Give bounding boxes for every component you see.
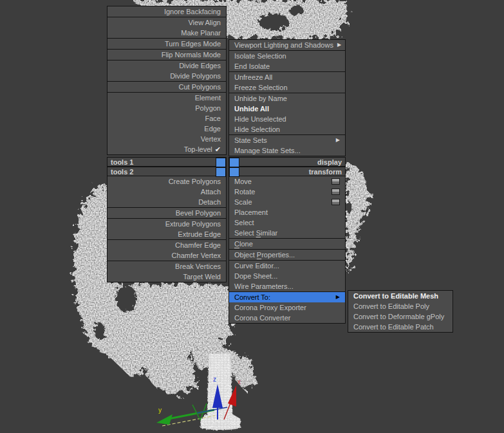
menu-item-label: Chamfer Edge <box>175 240 221 250</box>
menu-item-label: Hide Selection <box>234 124 280 134</box>
menu-item-state-sets[interactable]: State Sets▶ <box>229 135 345 145</box>
menu-item-divide-edges[interactable]: Divide Edges <box>107 60 226 71</box>
menu-item-divide-polygons[interactable]: Divide Polygons <box>107 71 226 81</box>
tools2-caption[interactable]: tools 2 <box>107 167 227 176</box>
menu-item-view-align[interactable]: View Align <box>107 17 226 28</box>
viewport-window: y z x Ignore BackfacingView AlignMake Pl… <box>0 0 504 433</box>
menu-item-label: Unfreeze All <box>234 72 272 82</box>
menu-item-bevel-polygon[interactable]: Bevel Polygon <box>107 208 226 218</box>
menu-item-cut-polygons[interactable]: Cut Polygons <box>107 82 226 92</box>
settings-box-icon[interactable] <box>331 199 340 205</box>
menu-group: Ignore Backfacing <box>107 6 227 17</box>
menu-item-label: Unhide All <box>234 104 269 114</box>
menu-item-create-polygons[interactable]: Create Polygons <box>107 176 226 187</box>
menu-item-label: Vertex <box>201 134 221 144</box>
menu-item-label: Attach <box>201 187 221 197</box>
menu-item-label: Extrude Edge <box>178 229 221 239</box>
menu-item-freeze-selection[interactable]: Freeze Selection <box>229 82 345 93</box>
quad-transform: MoveRotateScalePlacementSelectSelect Sim… <box>229 176 346 324</box>
tools1-caption[interactable]: tools 1 <box>107 157 227 167</box>
menu-item-isolate-selection[interactable]: Isolate Selection <box>229 51 345 61</box>
menu-item-hide-unselected[interactable]: Hide Unselected <box>229 114 345 124</box>
menu-item-label: Face <box>205 113 221 124</box>
menu-item-clone[interactable]: Clone <box>229 239 345 249</box>
menu-item-label: Curve Editor... <box>234 261 279 271</box>
settings-box-icon[interactable] <box>331 178 340 185</box>
menu-item-convert-to-editable-patch[interactable]: Convert to Editable Patch <box>348 322 453 332</box>
menu-item-wire-parameters[interactable]: Wire Parameters... <box>229 281 345 291</box>
menu-item-label: View Align <box>188 17 221 28</box>
menu-item-label: Clone <box>234 239 253 249</box>
settings-box-icon[interactable] <box>331 189 340 195</box>
display-caption[interactable]: display <box>229 157 346 167</box>
menu-item-unhide-all[interactable]: Unhide All <box>229 104 345 114</box>
menu-item-label: Unhide by Name <box>234 93 287 104</box>
menu-item-break-vertices[interactable]: Break Vertices <box>107 261 226 272</box>
menu-item-rotate[interactable]: Rotate <box>229 187 345 197</box>
menu-item-object-properties[interactable]: Object Properties... <box>229 250 345 260</box>
menu-group: Chamfer EdgeChamfer Vertex <box>107 239 227 261</box>
menu-item-corona-proxy-exporter[interactable]: Corona Proxy Exporter <box>229 302 345 313</box>
menu-group: Unhide by NameUnhide AllHide UnselectedH… <box>229 93 346 135</box>
menu-item-scale[interactable]: Scale <box>229 197 345 207</box>
menu-item-label: Wire Parameters... <box>234 281 294 291</box>
menu-item-label: Ignore Backfacing <box>164 6 221 17</box>
menu-item-select[interactable]: Select <box>229 217 345 228</box>
menu-item-face[interactable]: Face <box>107 113 226 124</box>
menu-group: Divide EdgesDivide Polygons <box>107 60 227 82</box>
menu-item-polygon[interactable]: Polygon <box>107 103 226 113</box>
menu-item-element[interactable]: Element <box>107 93 226 103</box>
menu-item-turn-edges-mode[interactable]: Turn Edges Mode <box>107 39 226 49</box>
menu-item-extrude-polygons[interactable]: Extrude Polygons <box>107 219 226 229</box>
menu-item-select-similar[interactable]: Select Similar <box>229 228 345 238</box>
menu-item-viewport-lighting-and-shadows[interactable]: Viewport Lighting and Shadows▶ <box>229 40 345 50</box>
menu-item-label: Extrude Polygons <box>165 219 221 229</box>
submenu-arrow-icon: ▶ <box>333 40 341 50</box>
menu-item-ignore-backfacing[interactable]: Ignore Backfacing <box>107 6 226 17</box>
menu-item-vertex[interactable]: Vertex <box>107 134 226 144</box>
menu-item-placement[interactable]: Placement <box>229 207 345 217</box>
caption-label: tools 1 <box>111 158 133 166</box>
menu-item-make-planar[interactable]: Make Planar <box>107 28 226 38</box>
menu-item-convert-to-editable-mesh[interactable]: Convert to Editable Mesh <box>348 291 453 301</box>
submenu-arrow-icon: ▶ <box>332 135 340 145</box>
menu-item-chamfer-edge[interactable]: Chamfer Edge <box>107 240 226 250</box>
menu-item-top-level[interactable]: Top-level✔ <box>107 144 226 154</box>
menu-item-unhide-by-name[interactable]: Unhide by Name <box>229 93 345 104</box>
menu-item-chamfer-vertex[interactable]: Chamfer Vertex <box>107 250 226 261</box>
menu-item-attach[interactable]: Attach <box>107 187 226 197</box>
menu-item-edge[interactable]: Edge <box>107 124 226 134</box>
menu-item-extrude-edge[interactable]: Extrude Edge <box>107 229 226 239</box>
transform-caption[interactable]: transform <box>229 167 346 176</box>
menu-item-label: State Sets <box>234 135 267 145</box>
menu-item-curve-editor[interactable]: Curve Editor... <box>229 261 345 271</box>
menu-item-label: End Isolate <box>234 61 270 71</box>
menu-item-target-weld[interactable]: Target Weld <box>107 272 226 282</box>
menu-item-convert-to[interactable]: Convert To:▶ <box>229 292 345 302</box>
checkmark-icon: ✔ <box>215 145 221 154</box>
menu-item-dope-sheet[interactable]: Dope Sheet... <box>229 271 345 281</box>
menu-item-label: Convert to Editable Poly <box>353 301 429 311</box>
menu-item-label: Viewport Lighting and Shadows <box>234 40 333 50</box>
menu-item-flip-normals-mode[interactable]: Flip Normals Mode <box>107 50 226 60</box>
menu-item-manage-state-sets[interactable]: Manage State Sets... <box>229 145 345 156</box>
menu-item-label: Hide Unselected <box>234 114 286 124</box>
menu-item-label: Create Polygons <box>169 176 221 187</box>
quad-tools2: Create PolygonsAttachDetachBevel Polygon… <box>107 176 227 282</box>
menu-group: Extrude PolygonsExtrude Edge <box>107 218 227 240</box>
menu-item-label: Convert to Editable Mesh <box>353 291 438 301</box>
menu-item-detach[interactable]: Detach <box>107 197 226 207</box>
menu-item-label: Convert to Editable Patch <box>353 322 434 332</box>
menu-item-convert-to-deformable-gpoly[interactable]: Convert to Deformable gPoly <box>348 311 453 322</box>
menu-item-corona-converter[interactable]: Corona Converter <box>229 313 345 323</box>
menu-item-move[interactable]: Move <box>229 176 345 187</box>
menu-item-label: Manage State Sets... <box>234 145 301 156</box>
menu-group: ElementPolygonFaceEdgeVertexTop-level✔ <box>107 92 227 155</box>
menu-item-convert-to-editable-poly[interactable]: Convert to Editable Poly <box>348 301 453 311</box>
menu-item-hide-selection[interactable]: Hide Selection <box>229 124 345 134</box>
menu-group: State Sets▶Manage State Sets... <box>229 134 346 156</box>
menu-group: Turn Edges Mode <box>107 38 227 50</box>
menu-item-unfreeze-all[interactable]: Unfreeze All <box>229 72 345 82</box>
menu-item-end-isolate[interactable]: End Isolate <box>229 61 345 71</box>
menu-group: Break VerticesTarget Weld <box>107 261 227 282</box>
